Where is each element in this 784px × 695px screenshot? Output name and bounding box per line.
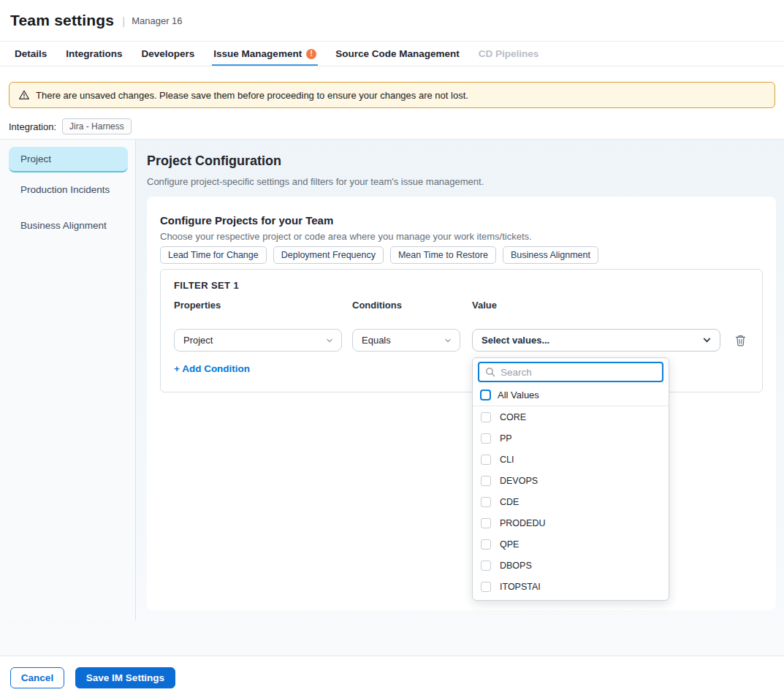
chip-business-alignment: Business Alignment xyxy=(503,246,598,264)
property-select-value: Project xyxy=(183,335,213,346)
dropdown-search-input[interactable] xyxy=(501,367,656,378)
chip-deployment-frequency: Deployment Frequency xyxy=(273,246,384,264)
option-label: PP xyxy=(500,433,512,444)
dropdown-option-devops[interactable]: DEVOPS xyxy=(473,470,669,491)
option-label: CORE xyxy=(500,412,526,422)
option-checkbox[interactable] xyxy=(481,539,491,550)
option-checkbox[interactable] xyxy=(481,476,491,486)
condition-select-value: Equals xyxy=(362,335,391,346)
unsaved-changes-message: There are unsaved changes. Please save t… xyxy=(36,90,468,101)
dropdown-option-itopstai[interactable]: ITOPSTAI xyxy=(473,576,669,597)
condition-select[interactable]: Equals xyxy=(352,329,460,352)
property-select[interactable]: Project xyxy=(174,329,342,352)
chevron-down-icon xyxy=(325,336,334,345)
delete-condition-button[interactable] xyxy=(734,334,747,347)
sidebar-item-business-alignment[interactable]: Business Alignment xyxy=(20,220,107,231)
select-all-values-row[interactable]: All Values xyxy=(473,384,669,406)
page-title: Team settings xyxy=(10,12,114,29)
tab-issue-management[interactable]: Issue Management ! xyxy=(213,42,316,66)
value-dropdown-popover: All Values CORE PP CLI DEVOPS CDE PRODED… xyxy=(472,357,669,601)
dropdown-option-pp[interactable]: PP xyxy=(473,428,669,449)
search-icon xyxy=(485,367,495,377)
option-label: PRODEDU xyxy=(500,518,546,528)
option-checkbox[interactable] xyxy=(481,561,491,571)
dropdown-option-qpe[interactable]: QPE xyxy=(473,533,669,555)
cancel-button[interactable]: Cancel xyxy=(10,667,64,688)
chevron-down-icon xyxy=(701,335,712,346)
all-values-checkbox[interactable] xyxy=(480,390,491,400)
option-label: DBOPS xyxy=(500,561,532,571)
chevron-down-icon xyxy=(444,336,452,345)
integration-chip[interactable]: Jira - Harness xyxy=(62,118,132,134)
conditions-column-label: Conditions xyxy=(352,300,402,311)
tab-bar: Details Integrations Developers Issue Ma… xyxy=(0,42,784,67)
integration-label: Integration: xyxy=(9,121,56,132)
sidebar-item-business-alignment-label: Business Alignment xyxy=(20,220,107,231)
option-label: DEVOPS xyxy=(500,476,538,486)
chip-mean-time-to-restore: Mean Time to Restore xyxy=(390,246,496,264)
tab-integrations-label: Integrations xyxy=(66,48,122,59)
option-checkbox[interactable] xyxy=(481,433,491,444)
option-checkbox[interactable] xyxy=(481,497,491,507)
option-label: QPE xyxy=(500,539,519,550)
title-separator: | xyxy=(122,15,125,27)
chip-lead-time-for-change: Lead Time for Change xyxy=(160,246,267,264)
integration-row: Integration: Jira - Harness xyxy=(9,118,132,135)
tab-issue-management-label: Issue Management xyxy=(213,48,302,59)
dropdown-option-dbops[interactable]: DBOPS xyxy=(473,555,669,576)
section-title: Project Configuration xyxy=(147,153,281,169)
unsaved-changes-banner: There are unsaved changes. Please save t… xyxy=(9,82,775,108)
option-checkbox[interactable] xyxy=(481,518,491,528)
all-values-label: All Values xyxy=(498,390,539,400)
card-title: Configure Projects for your Team xyxy=(160,214,333,227)
settings-sidebar: Project Production Incidents Business Al… xyxy=(0,140,136,620)
section-subtitle: Configure project-specific settings and … xyxy=(147,176,484,187)
sidebar-item-production-incidents[interactable]: Production Incidents xyxy=(20,184,110,195)
configure-projects-card: Configure Projects for your Team Choose … xyxy=(147,197,776,610)
option-checkbox[interactable] xyxy=(481,412,491,422)
dropdown-option-cli[interactable]: CLI xyxy=(473,449,669,470)
dropdown-option-cde[interactable]: CDE xyxy=(473,491,669,512)
page-header: Team settings | Manager 16 xyxy=(0,0,784,42)
tab-details[interactable]: Details xyxy=(15,42,47,66)
dropdown-option-core[interactable]: CORE xyxy=(473,406,669,428)
trash-icon xyxy=(734,334,747,347)
team-name-label: Manager 16 xyxy=(132,15,182,26)
sidebar-item-project-label: Project xyxy=(20,153,51,164)
option-label: CLI xyxy=(500,455,514,465)
option-label: ITOPSTAI xyxy=(500,582,541,592)
main-panel: Project Configuration Configure project-… xyxy=(136,140,784,656)
warning-triangle-icon xyxy=(18,89,30,101)
sidebar-item-project[interactable]: Project xyxy=(9,147,128,172)
card-subtitle: Choose your respective project or code a… xyxy=(160,231,532,242)
tab-details-label: Details xyxy=(15,48,47,59)
filter-set-title: FILTER SET 1 xyxy=(174,280,239,291)
option-checkbox[interactable] xyxy=(481,582,491,592)
dropdown-search-box xyxy=(478,362,663,382)
option-label: CDE xyxy=(500,497,519,507)
value-multiselect-placeholder: Select values... xyxy=(482,335,549,346)
filter-set-panel: FILTER SET 1 Properties Conditions Value… xyxy=(160,269,763,392)
value-multiselect[interactable]: Select values... xyxy=(472,329,720,352)
tab-cd-pipelines-label: CD Pipelines xyxy=(479,48,539,59)
option-checkbox[interactable] xyxy=(481,455,491,465)
tab-cd-pipelines: CD Pipelines xyxy=(479,42,539,66)
sidebar-item-production-incidents-label: Production Incidents xyxy=(20,184,110,195)
add-condition-button[interactable]: + Add Condition xyxy=(174,363,250,374)
tab-integrations[interactable]: Integrations xyxy=(66,42,122,66)
tab-developers-label: Developers xyxy=(142,48,195,59)
save-im-settings-button[interactable]: Save IM Settings xyxy=(75,667,175,688)
dropdown-option-prodedu[interactable]: PRODEDU xyxy=(473,512,669,533)
value-column-label: Value xyxy=(472,300,497,311)
dropdown-option-pipe[interactable]: PIPE xyxy=(473,597,669,601)
tab-source-code-management[interactable]: Source Code Management xyxy=(335,42,460,66)
page: Team settings | Manager 16 Details Integ… xyxy=(0,0,784,695)
unsaved-warning-badge-icon: ! xyxy=(306,49,316,59)
properties-column-label: Properties xyxy=(174,300,221,311)
tab-developers[interactable]: Developers xyxy=(142,42,195,66)
tab-source-code-management-label: Source Code Management xyxy=(335,48,460,59)
footer-bar: Cancel Save IM Settings xyxy=(0,656,784,695)
metric-chips-row: Lead Time for Change Deployment Frequenc… xyxy=(160,246,598,264)
